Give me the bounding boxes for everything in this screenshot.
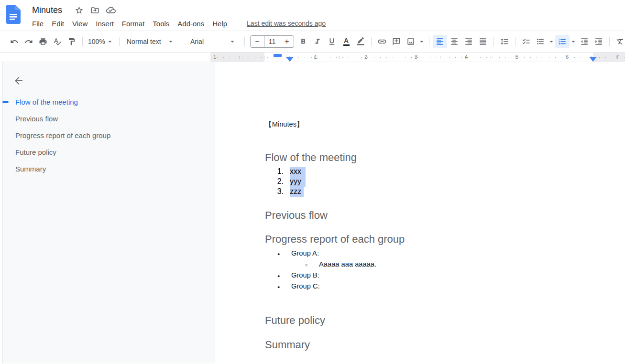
doc-heading-future[interactable]: Future policy: [265, 314, 625, 327]
selected-text[interactable]: zzz: [290, 187, 304, 197]
toolbar-separator: [515, 37, 515, 46]
menu-bar: File Edit View Insert Format Tools Add-o…: [32, 17, 326, 30]
doc-heading-previous[interactable]: Previous flow: [265, 209, 625, 222]
list-item[interactable]: ○ Aaaaa aaa aaaaa.: [305, 259, 625, 270]
right-indent-marker[interactable]: [589, 57, 597, 62]
document-page[interactable]: 【Minutes】 Flow of the meeting 1. xxx 2. …: [215, 62, 625, 364]
document-title[interactable]: Minutes: [32, 5, 62, 15]
line-spacing-icon[interactable]: [497, 35, 512, 48]
font-family-select[interactable]: Arial: [186, 35, 240, 48]
font-size-input[interactable]: 11: [264, 35, 280, 48]
align-justify-icon[interactable]: [476, 35, 490, 48]
insert-image-icon[interactable]: [404, 35, 418, 48]
move-to-folder-icon[interactable]: [90, 6, 99, 15]
print-icon[interactable]: [36, 35, 50, 48]
bullet-text[interactable]: Group A:: [291, 248, 319, 258]
ruler-number: 7: [614, 54, 620, 60]
last-edit-link[interactable]: Last edit was seconds ago: [247, 20, 326, 27]
zoom-select[interactable]: 100%: [86, 35, 116, 48]
chevron-down-icon: [548, 38, 555, 45]
google-docs-logo-icon[interactable]: [6, 5, 21, 24]
checklist-icon[interactable]: [519, 35, 533, 48]
increase-font-size-button[interactable]: +: [280, 35, 294, 48]
chevron-down-icon: [229, 38, 236, 45]
star-icon[interactable]: [75, 6, 84, 15]
doc-heading-flow[interactable]: Flow of the meeting: [265, 151, 625, 164]
selected-text[interactable]: yyy: [290, 177, 306, 187]
insert-link-icon[interactable]: [375, 35, 389, 48]
add-comment-icon[interactable]: [389, 35, 404, 48]
outline-item-previous-flow[interactable]: Previous flow: [2, 110, 215, 127]
menu-edit[interactable]: Edit: [52, 20, 64, 28]
bullet-circle-icon: ○: [305, 260, 313, 270]
outline-item-progress-report[interactable]: Progress report of each group: [2, 127, 215, 144]
menu-tools[interactable]: Tools: [153, 20, 169, 28]
list-item[interactable]: 1. xxx: [276, 167, 625, 177]
toolbar-separator: [82, 37, 83, 46]
underline-icon[interactable]: [325, 35, 339, 48]
insert-image-dropdown[interactable]: [418, 35, 426, 48]
numbered-list: 1. xxx 2. yyy 3. zzz: [265, 167, 625, 197]
text-color-letter: A: [344, 37, 349, 44]
menu-insert[interactable]: Insert: [96, 20, 114, 28]
outline-item-summary[interactable]: Summary: [2, 161, 215, 177]
menu-file[interactable]: File: [32, 20, 44, 28]
align-center-icon[interactable]: [447, 35, 461, 48]
decrease-indent-icon[interactable]: [577, 35, 592, 48]
menu-help[interactable]: Help: [212, 20, 227, 28]
doc-intro-line[interactable]: 【Minutes】: [265, 119, 625, 129]
menu-view[interactable]: View: [72, 20, 88, 28]
ruler-number: 6: [564, 54, 570, 60]
ruler-number: 1: [313, 54, 318, 60]
list-item[interactable]: ● Group C:: [277, 281, 625, 292]
toolbar-separator: [371, 37, 372, 46]
paragraph-style-select[interactable]: Normal text: [124, 35, 177, 48]
outline-item-future-policy[interactable]: Future policy: [2, 144, 215, 161]
bullet-text[interactable]: Group C:: [291, 281, 320, 291]
paint-format-icon[interactable]: [65, 35, 79, 48]
chevron-down-icon: [418, 38, 426, 45]
redo-icon[interactable]: [22, 35, 36, 48]
undo-icon[interactable]: [7, 35, 22, 48]
toolbar-separator: [182, 37, 182, 46]
selected-text[interactable]: xxx: [290, 167, 306, 177]
clear-formatting-icon[interactable]: [613, 35, 625, 48]
chevron-down-icon: [106, 38, 114, 45]
list-item[interactable]: 2. yyy: [276, 177, 625, 187]
highlight-color-icon[interactable]: [353, 35, 368, 48]
bold-icon[interactable]: [296, 35, 310, 48]
doc-heading-summary[interactable]: Summary: [265, 338, 625, 352]
spell-check-icon[interactable]: [50, 35, 65, 48]
list-item[interactable]: 3. zzz: [276, 187, 625, 197]
menu-format[interactable]: Format: [122, 20, 145, 28]
first-line-indent-marker[interactable]: [274, 54, 282, 57]
close-outline-button[interactable]: [10, 72, 27, 89]
list-item[interactable]: ● Group A:: [277, 248, 625, 259]
numbered-list-dropdown[interactable]: [570, 35, 577, 48]
left-indent-marker[interactable]: [286, 57, 294, 62]
bullet-text[interactable]: Group B:: [291, 270, 319, 280]
ruler-number: 1: [212, 54, 218, 60]
numbered-list-icon[interactable]: [555, 35, 570, 48]
bullet-dot-icon: ●: [277, 282, 285, 292]
bullet-dot-icon: ●: [277, 249, 285, 259]
font-value: Arial: [190, 38, 204, 45]
font-size-control: − 11 +: [250, 35, 294, 48]
bullet-text[interactable]: Aaaaa aaa aaaaa.: [319, 259, 376, 269]
increase-indent-icon[interactable]: [592, 35, 606, 48]
bulleted-list-icon[interactable]: [533, 35, 548, 48]
menu-addons[interactable]: Add-ons: [177, 20, 204, 28]
outline-item-flow-of-the-meeting[interactable]: Flow of the meeting: [2, 94, 215, 110]
italic-icon[interactable]: [310, 35, 325, 48]
doc-heading-progress[interactable]: Progress report of each group: [265, 233, 625, 246]
bulleted-list-dropdown[interactable]: [548, 35, 555, 48]
align-right-icon[interactable]: [461, 35, 476, 48]
cloud-saved-icon[interactable]: [106, 5, 116, 15]
bullet-list: ● Group A: ○ Aaaaa aaa aaaaa. ● Group B:…: [265, 248, 625, 292]
list-item[interactable]: ● Group B:: [277, 270, 625, 281]
list-number: 3.: [276, 187, 284, 197]
decrease-font-size-button[interactable]: −: [251, 35, 264, 48]
horizontal-ruler[interactable]: 1 1 2 3 4 5 6 7: [0, 53, 625, 62]
align-left-icon[interactable]: [433, 35, 447, 48]
text-color-icon[interactable]: A: [339, 35, 353, 48]
